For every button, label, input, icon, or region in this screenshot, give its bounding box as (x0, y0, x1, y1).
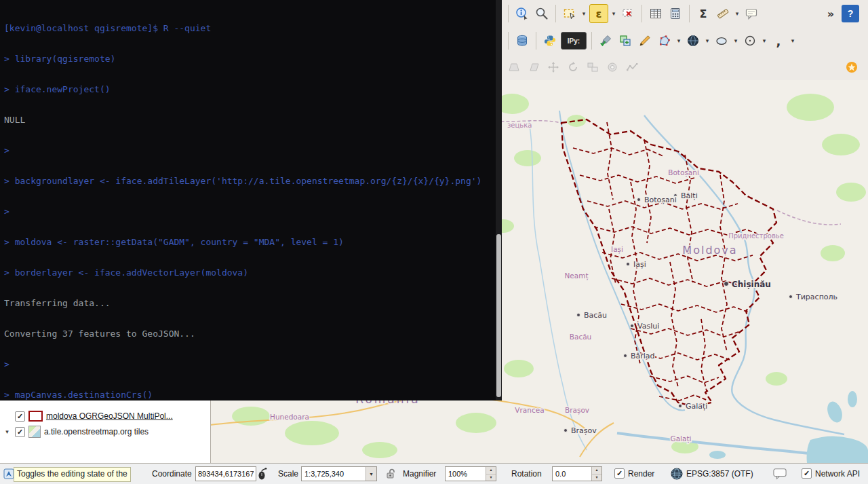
spin-down-icon[interactable]: ▾ (592, 474, 601, 481)
field-calculator-button[interactable] (667, 5, 684, 22)
coordinate-input[interactable] (195, 466, 256, 481)
chevron-down-icon[interactable]: ▾ (675, 37, 682, 44)
move-feature-button[interactable] (545, 58, 562, 76)
ipython-console-button[interactable]: IPy: (561, 32, 587, 50)
magnifier-label: Magnifier (403, 469, 436, 479)
zoom-to-feature-button[interactable] (533, 5, 551, 22)
terminal-scrollbar[interactable] (496, 0, 502, 401)
magnifier-icon (535, 7, 549, 20)
toolbar-separator (689, 5, 690, 22)
chevron-down-icon[interactable]: ▾ (704, 37, 711, 44)
chevron-down-icon[interactable]: ▾ (580, 10, 587, 17)
map-label: Iași (633, 260, 646, 269)
checkbox[interactable]: ✓ (614, 468, 625, 479)
select-features-button[interactable] (561, 5, 578, 22)
terminal-line: > moldova <- raster::getData("GADM", cou… (4, 237, 502, 247)
measure-button[interactable] (714, 5, 732, 22)
terminal-window[interactable]: [kevin@localhost qgisremote]$ R --quiet … (0, 0, 502, 401)
deselect-features-button[interactable] (619, 5, 637, 22)
offset-rects-button[interactable] (584, 58, 601, 76)
speech-bubble-icon (745, 7, 758, 20)
toolbar-separator (642, 5, 642, 22)
open-attribute-table-button[interactable] (647, 5, 665, 22)
ellipse-icon (715, 34, 728, 48)
regular-shape-button[interactable]: , (770, 32, 787, 50)
terminal-line: Transferring data... (4, 298, 502, 308)
crs-status[interactable]: EPSG:3857 (OTF) (686, 469, 753, 479)
chevron-down-icon[interactable]: ▾ (761, 37, 768, 44)
map-label: Bârlad (631, 352, 655, 360)
help-button[interactable]: ? (842, 5, 859, 22)
map-label: Galați (671, 434, 692, 443)
simplify-feature-button[interactable] (623, 58, 641, 76)
messages-bubble-icon[interactable] (773, 467, 787, 481)
chevron-down-icon[interactable]: ▾ (734, 10, 741, 17)
two-rects-icon (586, 60, 599, 74)
calculator-icon (669, 7, 682, 20)
terminal-line: NULL (4, 115, 502, 125)
chevron-down-icon[interactable]: ▾ (366, 467, 376, 481)
add-polygon-feature-button[interactable] (656, 32, 673, 50)
layer-symbol-swatch (28, 411, 43, 422)
chisinau-dot (724, 282, 729, 286)
sigma-icon: Σ (700, 7, 707, 20)
toolbar-overflow-button[interactable]: » (822, 5, 840, 22)
expander-icon[interactable]: ▾ (3, 428, 12, 435)
circle-tool-button[interactable] (741, 32, 759, 50)
add-ring-button[interactable] (604, 58, 621, 76)
spin-up-icon[interactable]: ▴ (592, 467, 601, 474)
spin-buttons[interactable]: ▴ ▾ (486, 467, 496, 481)
spin-down-icon[interactable]: ▾ (486, 474, 496, 481)
network-api-checkbox[interactable]: ✓ Network API (802, 468, 860, 479)
python-console-button[interactable] (541, 32, 559, 50)
layer-item-moldova[interactable]: ✓ moldova OGRGeoJSON MultiPol... (3, 409, 206, 424)
rotation-value: 0.0 (553, 470, 591, 478)
overflow-icon: » (827, 7, 834, 20)
mouse-icon (256, 467, 269, 481)
toolbar-separator (536, 32, 536, 50)
chevron-down-icon[interactable]: ▾ (789, 37, 796, 44)
mouse-position-icon[interactable] (256, 467, 269, 481)
render-checkbox[interactable]: ✓ Render (614, 468, 654, 479)
rotation-spinbox[interactable]: 0.0 ▴ ▾ (552, 466, 602, 481)
advanced-digitize-trapezoid-button[interactable] (505, 58, 523, 76)
globe-tools-button[interactable] (684, 32, 702, 50)
map-tips-button[interactable] (743, 5, 760, 22)
crs-globe-icon[interactable] (670, 467, 684, 481)
scale-combobox[interactable]: 1:3,725,340 ▾ (301, 466, 377, 481)
db-manager-button[interactable] (513, 32, 531, 50)
identify-features-button[interactable] (513, 5, 531, 22)
terminal-scrollbar-thumb[interactable] (496, 234, 501, 397)
spin-buttons[interactable]: ▴ ▾ (591, 467, 601, 481)
spin-up-icon[interactable]: ▴ (486, 467, 496, 474)
map-label: Neamț (564, 272, 588, 280)
layer-visibility-checkbox[interactable]: ✓ (15, 427, 25, 437)
save-edits-button[interactable] (597, 32, 614, 50)
bubble-icon (773, 468, 787, 480)
layer-label[interactable]: a.tile.openstreetmap.org tiles (44, 427, 149, 436)
ring-icon (606, 60, 619, 74)
epsilon-icon: ε (596, 7, 602, 20)
checkbox[interactable]: ✓ (802, 468, 812, 479)
new-layer-button[interactable] (616, 32, 634, 50)
chevron-down-icon[interactable]: ▾ (732, 37, 739, 44)
iasi-dot (627, 263, 630, 266)
layer-item-osm-tiles[interactable]: ▾ ✓ a.tile.openstreetmap.org tiles (3, 424, 206, 439)
chevron-down-icon[interactable]: ▾ (610, 10, 617, 17)
toolbar-separator (591, 32, 592, 50)
toggle-editing-button[interactable] (636, 32, 654, 50)
advanced-digitize-parallelogram-button[interactable] (525, 58, 542, 76)
rotation-label: Rotation (511, 469, 542, 479)
magnifier-spinbox[interactable]: 100% ▴ ▾ (445, 466, 496, 481)
lock-scale-icon[interactable] (384, 467, 397, 481)
rotate-feature-button[interactable] (564, 58, 582, 76)
select-rectangle-icon (563, 7, 576, 20)
select-by-expression-button[interactable]: ε (589, 4, 608, 23)
ellipse-tool-button[interactable] (713, 32, 730, 50)
layer-visibility-checkbox[interactable]: ✓ (15, 411, 25, 422)
statistical-summary-button[interactable]: Σ (694, 5, 712, 22)
map-label-country: Moldova (682, 244, 737, 257)
deselect-icon (621, 7, 635, 20)
notification-button[interactable] (843, 58, 861, 76)
layer-label[interactable]: moldova OGRGeoJSON MultiPol... (46, 411, 173, 421)
